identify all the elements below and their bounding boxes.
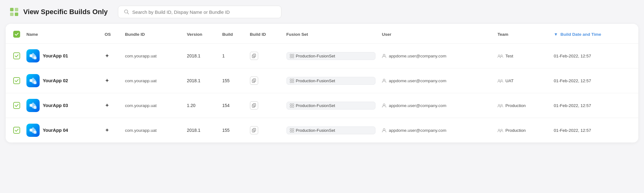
row-build-date-time-cell: 01-Feb-2022, 12:57 bbox=[551, 118, 638, 143]
builds-table-container: Name OS Bundle ID Version Build Build ID… bbox=[6, 24, 638, 142]
row-checkbox[interactable] bbox=[13, 77, 20, 84]
app-name-with-icon: YourApp 03 bbox=[26, 99, 98, 112]
row-checkbox-cell[interactable] bbox=[6, 93, 23, 118]
search-bar[interactable] bbox=[118, 6, 281, 18]
app-icon bbox=[26, 99, 40, 112]
user-info: appdome.user@company.com bbox=[382, 128, 491, 133]
view-specific-icon bbox=[9, 7, 19, 17]
svg-rect-2 bbox=[10, 13, 14, 16]
version-text: 2018.1 bbox=[187, 78, 200, 83]
row-checkbox[interactable] bbox=[13, 102, 20, 109]
row-build-cell: 155 bbox=[219, 68, 247, 93]
row-build-id-cell[interactable] bbox=[247, 118, 283, 143]
team-icon bbox=[497, 54, 503, 58]
fusion-set-tag: Production-FusionSet bbox=[286, 126, 376, 134]
app-icon bbox=[26, 74, 40, 87]
row-name-cell: YourApp 03 bbox=[23, 93, 102, 118]
row-checkbox-cell[interactable] bbox=[6, 68, 23, 93]
copy-build-id-button[interactable] bbox=[250, 101, 258, 110]
team-icon bbox=[497, 79, 503, 83]
header-checkbox-col[interactable] bbox=[6, 24, 23, 44]
team-icon bbox=[497, 104, 503, 108]
svg-point-63 bbox=[383, 129, 385, 131]
fusion-set-tag: Production-FusionSet bbox=[286, 77, 376, 85]
svg-rect-29 bbox=[290, 79, 291, 80]
row-checkbox-cell[interactable] bbox=[6, 44, 23, 68]
header-user: User bbox=[379, 24, 494, 44]
svg-rect-14 bbox=[290, 54, 291, 56]
svg-rect-60 bbox=[292, 128, 294, 130]
svg-point-49 bbox=[498, 104, 500, 106]
svg-point-20 bbox=[501, 55, 502, 56]
copy-build-id-button[interactable] bbox=[250, 126, 258, 134]
row-fusion-set-cell: Production-FusionSet bbox=[283, 44, 379, 68]
row-user-cell: appdome.user@company.com bbox=[379, 68, 494, 93]
svg-point-34 bbox=[498, 79, 500, 81]
row-checkbox[interactable] bbox=[13, 52, 20, 59]
user-email: appdome.user@company.com bbox=[389, 128, 446, 133]
svg-point-65 bbox=[501, 129, 502, 131]
row-bundle-id-cell: com.yourapp.uat bbox=[122, 44, 184, 68]
row-os-cell: ✦ bbox=[102, 44, 122, 68]
row-version-cell: 2018.1 bbox=[184, 118, 219, 143]
user-icon bbox=[382, 128, 386, 133]
row-fusion-set-cell: Production-FusionSet bbox=[283, 118, 379, 143]
fusion-set-name: Production-FusionSet bbox=[296, 128, 335, 133]
row-fusion-set-cell: Production-FusionSet bbox=[283, 68, 379, 93]
row-os-cell: ✦ bbox=[102, 93, 122, 118]
header-build: Build bbox=[219, 24, 247, 44]
build-datetime-text: 01-Feb-2022, 12:57 bbox=[554, 128, 591, 133]
table-row: YourApp 02 ✦com.yourapp.uat2018.1155 Pro… bbox=[6, 68, 638, 93]
user-info: appdome.user@company.com bbox=[382, 103, 491, 108]
row-version-cell: 1.20 bbox=[184, 93, 219, 118]
svg-rect-15 bbox=[292, 54, 294, 56]
copy-build-id-button[interactable] bbox=[250, 77, 258, 85]
top-bar: View Specific Builds Only bbox=[0, 0, 644, 24]
select-all-checkbox[interactable] bbox=[13, 31, 20, 38]
row-version-cell: 2018.1 bbox=[184, 68, 219, 93]
svg-rect-62 bbox=[292, 131, 294, 132]
version-text: 2018.1 bbox=[187, 53, 200, 58]
build-number-text: 1 bbox=[222, 53, 225, 58]
row-checkbox-cell[interactable] bbox=[6, 118, 23, 143]
svg-point-18 bbox=[383, 54, 385, 56]
table-row: YourApp 04 ✦com.yourapp.uat2018.1155 Pro… bbox=[6, 118, 638, 143]
version-text: 2018.1 bbox=[187, 128, 200, 133]
app-icon bbox=[26, 124, 40, 137]
header-team: Team bbox=[494, 24, 551, 44]
build-datetime-text: 01-Feb-2022, 12:57 bbox=[554, 54, 591, 58]
search-icon bbox=[124, 9, 129, 15]
grid-icon bbox=[290, 128, 294, 132]
header-os: OS bbox=[102, 24, 122, 44]
svg-rect-44 bbox=[290, 104, 291, 105]
header-build-date-time[interactable]: ▼ Build Date and Time bbox=[551, 24, 638, 44]
app-name-with-icon: YourApp 01 bbox=[26, 49, 98, 62]
row-team-cell: Production bbox=[494, 118, 551, 143]
svg-line-5 bbox=[127, 13, 128, 14]
team-info: Test bbox=[497, 54, 547, 58]
row-checkbox[interactable] bbox=[13, 127, 20, 134]
row-name-cell: YourApp 02 bbox=[23, 68, 102, 93]
android-icon: ✦ bbox=[105, 53, 109, 59]
app-name: YourApp 04 bbox=[43, 128, 68, 133]
copy-build-id-button[interactable] bbox=[250, 52, 258, 60]
svg-rect-3 bbox=[15, 13, 18, 16]
row-build-cell: 155 bbox=[219, 118, 247, 143]
header-fusion-set: Fusion Set bbox=[283, 24, 379, 44]
search-input[interactable] bbox=[132, 9, 275, 15]
app-name: YourApp 02 bbox=[43, 78, 68, 83]
row-build-id-cell[interactable] bbox=[247, 93, 283, 118]
team-info: Production bbox=[497, 103, 547, 108]
row-build-id-cell[interactable] bbox=[247, 44, 283, 68]
svg-rect-17 bbox=[292, 56, 294, 58]
team-name: UAT bbox=[505, 78, 514, 83]
svg-rect-61 bbox=[290, 131, 291, 132]
row-build-id-cell[interactable] bbox=[247, 68, 283, 93]
team-info: Production bbox=[497, 128, 547, 133]
team-icon bbox=[497, 128, 503, 132]
version-text: 1.20 bbox=[187, 103, 195, 108]
fusion-set-name: Production-FusionSet bbox=[296, 54, 335, 58]
fusion-set-tag: Production-FusionSet bbox=[286, 52, 376, 60]
row-version-cell: 2018.1 bbox=[184, 44, 219, 68]
app-name: YourApp 03 bbox=[43, 103, 68, 108]
